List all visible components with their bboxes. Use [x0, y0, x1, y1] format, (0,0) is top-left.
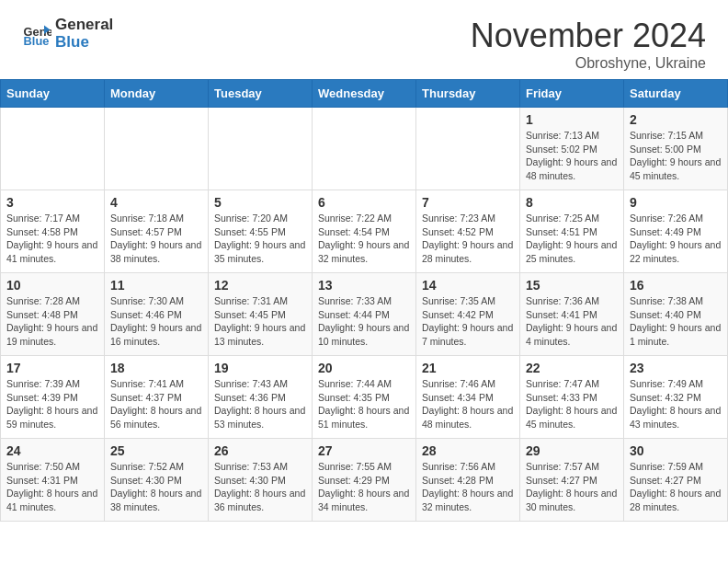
title-block: November 2024 Obroshyne, Ukraine — [471, 17, 706, 72]
logo: General Blue General Blue — [22, 17, 113, 51]
day-number: 5 — [214, 195, 306, 210]
day-number: 24 — [6, 443, 98, 458]
day-info: Sunrise: 7:15 AM Sunset: 5:00 PM Dayligh… — [630, 129, 722, 183]
day-number: 2 — [630, 112, 722, 127]
day-number: 4 — [110, 195, 202, 210]
calendar-cell: 15Sunrise: 7:36 AM Sunset: 4:41 PM Dayli… — [520, 273, 624, 356]
logo-icon: General Blue — [22, 19, 51, 49]
day-number: 23 — [630, 361, 722, 375]
calendar-cell: 23Sunrise: 7:49 AM Sunset: 4:32 PM Dayli… — [624, 356, 728, 439]
day-number: 30 — [630, 443, 722, 458]
calendar-cell — [209, 108, 313, 190]
day-info: Sunrise: 7:25 AM Sunset: 4:51 PM Dayligh… — [526, 212, 618, 266]
day-info: Sunrise: 7:53 AM Sunset: 4:30 PM Dayligh… — [214, 460, 306, 514]
day-number: 14 — [422, 278, 514, 293]
calendar-cell: 5Sunrise: 7:20 AM Sunset: 4:55 PM Daylig… — [209, 190, 313, 273]
day-info: Sunrise: 7:57 AM Sunset: 4:27 PM Dayligh… — [526, 460, 618, 514]
calendar-cell — [313, 108, 416, 190]
calendar-cell: 27Sunrise: 7:55 AM Sunset: 4:29 PM Dayli… — [313, 439, 416, 522]
calendar-cell: 13Sunrise: 7:33 AM Sunset: 4:44 PM Dayli… — [313, 273, 416, 356]
day-info: Sunrise: 7:46 AM Sunset: 4:34 PM Dayligh… — [422, 377, 514, 431]
day-info: Sunrise: 7:52 AM Sunset: 4:30 PM Dayligh… — [110, 460, 202, 514]
day-number: 28 — [422, 443, 514, 458]
day-info: Sunrise: 7:23 AM Sunset: 4:52 PM Dayligh… — [422, 212, 514, 266]
calendar-cell: 19Sunrise: 7:43 AM Sunset: 4:36 PM Dayli… — [209, 356, 313, 439]
day-info: Sunrise: 7:33 AM Sunset: 4:44 PM Dayligh… — [318, 294, 410, 349]
calendar-header: SundayMondayTuesdayWednesdayThursdayFrid… — [1, 80, 728, 108]
day-info: Sunrise: 7:35 AM Sunset: 4:42 PM Dayligh… — [422, 294, 514, 349]
month-title: November 2024 — [471, 17, 706, 55]
calendar-cell: 14Sunrise: 7:35 AM Sunset: 4:42 PM Dayli… — [416, 273, 520, 356]
day-number: 10 — [6, 278, 98, 293]
day-info: Sunrise: 7:36 AM Sunset: 4:41 PM Dayligh… — [526, 294, 618, 349]
calendar-cell — [105, 108, 209, 190]
day-number: 6 — [318, 195, 410, 210]
day-info: Sunrise: 7:30 AM Sunset: 4:46 PM Dayligh… — [110, 294, 202, 349]
day-number: 7 — [422, 195, 514, 210]
calendar-cell — [1, 108, 105, 190]
calendar-week-row: 10Sunrise: 7:28 AM Sunset: 4:48 PM Dayli… — [1, 273, 728, 356]
day-number: 9 — [630, 195, 722, 210]
day-info: Sunrise: 7:59 AM Sunset: 4:27 PM Dayligh… — [630, 460, 722, 514]
logo-general-text: General — [55, 17, 113, 34]
day-info: Sunrise: 7:18 AM Sunset: 4:57 PM Dayligh… — [110, 212, 202, 266]
logo-blue-text: Blue — [55, 34, 113, 52]
calendar-cell: 9Sunrise: 7:26 AM Sunset: 4:49 PM Daylig… — [624, 190, 728, 273]
calendar-cell: 30Sunrise: 7:59 AM Sunset: 4:27 PM Dayli… — [624, 439, 728, 522]
calendar-cell: 1Sunrise: 7:13 AM Sunset: 5:02 PM Daylig… — [520, 108, 624, 190]
day-info: Sunrise: 7:44 AM Sunset: 4:35 PM Dayligh… — [318, 377, 410, 431]
day-number: 18 — [110, 361, 202, 375]
weekday-header-wednesday: Wednesday — [313, 80, 416, 108]
day-info: Sunrise: 7:31 AM Sunset: 4:45 PM Dayligh… — [214, 294, 306, 349]
weekday-header-tuesday: Tuesday — [209, 80, 313, 108]
calendar-cell: 21Sunrise: 7:46 AM Sunset: 4:34 PM Dayli… — [416, 356, 520, 439]
calendar-cell: 16Sunrise: 7:38 AM Sunset: 4:40 PM Dayli… — [624, 273, 728, 356]
calendar-cell: 3Sunrise: 7:17 AM Sunset: 4:58 PM Daylig… — [1, 190, 105, 273]
calendar-cell: 17Sunrise: 7:39 AM Sunset: 4:39 PM Dayli… — [1, 356, 105, 439]
weekday-header-row: SundayMondayTuesdayWednesdayThursdayFrid… — [1, 80, 728, 108]
day-info: Sunrise: 7:13 AM Sunset: 5:02 PM Dayligh… — [526, 129, 618, 183]
day-number: 26 — [214, 443, 306, 458]
day-info: Sunrise: 7:39 AM Sunset: 4:39 PM Dayligh… — [6, 377, 98, 431]
day-info: Sunrise: 7:38 AM Sunset: 4:40 PM Dayligh… — [630, 294, 722, 349]
day-number: 29 — [526, 443, 618, 458]
day-number: 12 — [214, 278, 306, 293]
calendar-cell: 25Sunrise: 7:52 AM Sunset: 4:30 PM Dayli… — [105, 439, 209, 522]
day-info: Sunrise: 7:56 AM Sunset: 4:28 PM Dayligh… — [422, 460, 514, 514]
page-header: General Blue General Blue November 2024 … — [0, 0, 728, 79]
day-info: Sunrise: 7:22 AM Sunset: 4:54 PM Dayligh… — [318, 212, 410, 266]
calendar-cell: 4Sunrise: 7:18 AM Sunset: 4:57 PM Daylig… — [105, 190, 209, 273]
calendar-cell: 22Sunrise: 7:47 AM Sunset: 4:33 PM Dayli… — [520, 356, 624, 439]
day-info: Sunrise: 7:41 AM Sunset: 4:37 PM Dayligh… — [110, 377, 202, 431]
calendar-week-row: 1Sunrise: 7:13 AM Sunset: 5:02 PM Daylig… — [1, 108, 728, 190]
day-info: Sunrise: 7:49 AM Sunset: 4:32 PM Dayligh… — [630, 377, 722, 431]
weekday-header-monday: Monday — [105, 80, 209, 108]
day-info: Sunrise: 7:20 AM Sunset: 4:55 PM Dayligh… — [214, 212, 306, 266]
calendar-table: SundayMondayTuesdayWednesdayThursdayFrid… — [0, 79, 728, 522]
calendar-cell: 2Sunrise: 7:15 AM Sunset: 5:00 PM Daylig… — [624, 108, 728, 190]
day-number: 8 — [526, 195, 618, 210]
weekday-header-sunday: Sunday — [1, 80, 105, 108]
day-number: 22 — [526, 361, 618, 375]
day-info: Sunrise: 7:50 AM Sunset: 4:31 PM Dayligh… — [6, 460, 98, 514]
day-number: 17 — [6, 361, 98, 375]
location-subtitle: Obroshyne, Ukraine — [471, 55, 706, 72]
weekday-header-friday: Friday — [520, 80, 624, 108]
day-number: 20 — [318, 361, 410, 375]
calendar-cell: 28Sunrise: 7:56 AM Sunset: 4:28 PM Dayli… — [416, 439, 520, 522]
day-info: Sunrise: 7:28 AM Sunset: 4:48 PM Dayligh… — [6, 294, 98, 349]
svg-text:Blue: Blue — [24, 34, 50, 48]
weekday-header-thursday: Thursday — [416, 80, 520, 108]
day-info: Sunrise: 7:26 AM Sunset: 4:49 PM Dayligh… — [630, 212, 722, 266]
calendar-week-row: 3Sunrise: 7:17 AM Sunset: 4:58 PM Daylig… — [1, 190, 728, 273]
calendar-cell: 29Sunrise: 7:57 AM Sunset: 4:27 PM Dayli… — [520, 439, 624, 522]
day-info: Sunrise: 7:47 AM Sunset: 4:33 PM Dayligh… — [526, 377, 618, 431]
day-number: 3 — [6, 195, 98, 210]
weekday-header-saturday: Saturday — [624, 80, 728, 108]
calendar-cell: 12Sunrise: 7:31 AM Sunset: 4:45 PM Dayli… — [209, 273, 313, 356]
calendar-body: 1Sunrise: 7:13 AM Sunset: 5:02 PM Daylig… — [1, 108, 728, 522]
calendar-cell: 18Sunrise: 7:41 AM Sunset: 4:37 PM Dayli… — [105, 356, 209, 439]
day-number: 21 — [422, 361, 514, 375]
day-number: 1 — [526, 112, 618, 127]
calendar-cell: 6Sunrise: 7:22 AM Sunset: 4:54 PM Daylig… — [313, 190, 416, 273]
